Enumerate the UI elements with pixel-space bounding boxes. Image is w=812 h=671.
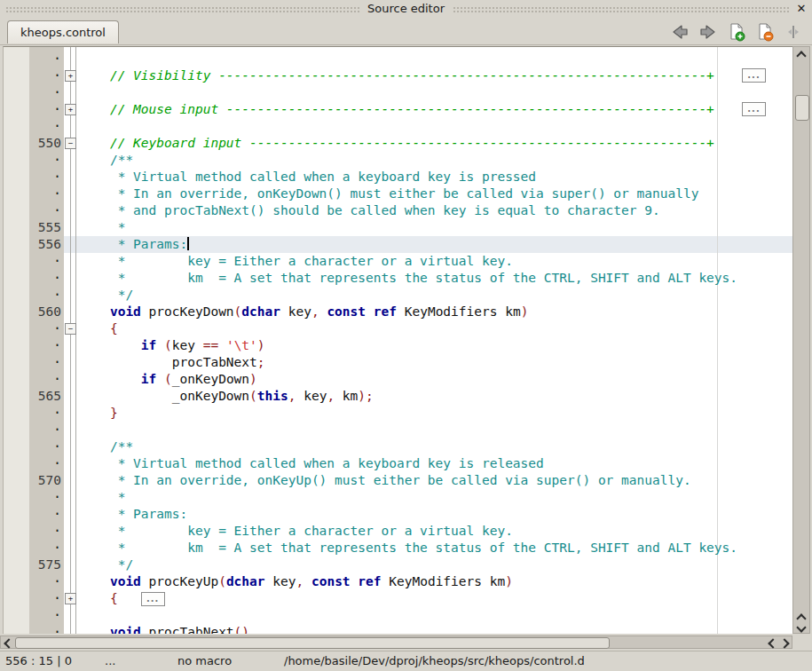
code-token: * km = A set that represents the status … bbox=[79, 541, 737, 555]
code-line[interactable]: * Params: bbox=[79, 236, 189, 253]
code-line[interactable]: _onKeyDown(this, key, km); bbox=[79, 388, 374, 405]
code-line[interactable]: // Visibility --------------------------… bbox=[79, 67, 714, 84]
fold-guide-line bbox=[70, 47, 71, 634]
code-token bbox=[366, 304, 374, 319]
code-token: // Visibility --------------------------… bbox=[79, 68, 714, 83]
scroll-left-icon[interactable] bbox=[4, 638, 13, 648]
forward-arrow-icon[interactable] bbox=[698, 22, 718, 42]
scroll-right-icon[interactable] bbox=[779, 638, 789, 648]
gutter-line-dot: · bbox=[29, 202, 64, 219]
gutter-line-dot: · bbox=[29, 186, 64, 202]
code-line[interactable]: { bbox=[79, 320, 118, 337]
code-editor[interactable]: ·····550····555556···560····565····570··… bbox=[3, 46, 792, 634]
code-line[interactable]: * In an override, onKeyUp() must either … bbox=[79, 472, 691, 489]
code-line[interactable]: void procTabNext() bbox=[79, 624, 249, 634]
gutter-line-dot: · bbox=[29, 455, 64, 472]
close-document-icon[interactable] bbox=[754, 22, 775, 42]
scroll-up-icon[interactable] bbox=[796, 51, 806, 60]
gutter-line-dot: · bbox=[29, 624, 64, 634]
code-line[interactable]: * and procTabNext() should be called whe… bbox=[79, 202, 660, 219]
line-number-gutter: ·····550····555556···560····565····570··… bbox=[29, 51, 64, 634]
code-line[interactable]: * In an override, onKeyDown() must eithe… bbox=[79, 186, 698, 202]
gutter-line-number: 556 bbox=[29, 236, 64, 253]
code-token: ; bbox=[257, 355, 265, 369]
vertical-scrollbar[interactable] bbox=[792, 46, 810, 634]
gutter-line-dot: · bbox=[29, 523, 64, 540]
fold-expand-icon[interactable]: + bbox=[65, 593, 76, 604]
gutter-line-dot: · bbox=[29, 506, 64, 523]
title-bar: Source editor ✕ bbox=[0, 0, 812, 18]
code-token: * key = Either a character or a virtual … bbox=[79, 254, 513, 268]
code-token: void bbox=[110, 574, 141, 588]
code-line[interactable]: void procKeyUp(dchar key, const ref KeyM… bbox=[79, 573, 513, 590]
code-line[interactable]: * Virtual method called when a keyboard … bbox=[79, 455, 544, 472]
code-line[interactable]: /** bbox=[79, 438, 133, 455]
code-line[interactable]: void procKeyDown(dchar key, const ref Ke… bbox=[79, 304, 528, 320]
horizontal-scrollbar-thumb[interactable] bbox=[15, 637, 610, 649]
code-token: * Params: bbox=[79, 237, 187, 251]
code-line[interactable]: * bbox=[79, 219, 125, 236]
code-line[interactable]: * key = Either a character or a virtual … bbox=[79, 523, 513, 540]
gutter-line-dot: · bbox=[29, 253, 64, 270]
code-line[interactable]: * Params: bbox=[79, 506, 187, 523]
code-line[interactable]: if (_onKeyDown) bbox=[79, 371, 257, 388]
code-line[interactable]: /** bbox=[79, 152, 133, 169]
code-line[interactable]: if (key == '\t') bbox=[79, 337, 265, 354]
code-line[interactable]: * km = A set that represents the status … bbox=[79, 540, 737, 557]
source-editor-window: Source editor ✕ kheops.control bbox=[0, 0, 812, 671]
new-document-icon[interactable] bbox=[726, 22, 746, 42]
code-token: * and procTabNext() should be called whe… bbox=[79, 203, 660, 217]
code-line[interactable]: // Keyboard input ----------------------… bbox=[79, 135, 714, 152]
back-arrow-icon[interactable] bbox=[669, 22, 690, 42]
code-line[interactable]: */ bbox=[79, 287, 133, 304]
code-token: ( bbox=[249, 389, 257, 403]
fold-expand-icon[interactable]: + bbox=[65, 70, 76, 82]
code-token: const bbox=[327, 304, 366, 319]
code-token: _onKeyDown bbox=[172, 372, 249, 386]
gutter-line-dot: · bbox=[29, 540, 64, 557]
code-token: dchar bbox=[226, 574, 265, 588]
code-token: { bbox=[79, 321, 118, 336]
code-line[interactable]: * km = A set that represents the status … bbox=[79, 270, 737, 287]
gutter-line-number: 555 bbox=[29, 219, 64, 236]
tab-kheops-control[interactable]: kheops.control bbox=[7, 20, 119, 43]
scroll-left-icon[interactable] bbox=[768, 638, 777, 648]
gutter-line-dot: · bbox=[29, 169, 64, 186]
fold-expand-icon[interactable]: + bbox=[65, 104, 76, 115]
code-token: ) bbox=[521, 304, 529, 319]
gutter-line-dot: · bbox=[29, 118, 64, 135]
fold-collapse-icon[interactable]: − bbox=[65, 323, 76, 335]
code-token: // Keyboard input ----------------------… bbox=[79, 136, 714, 150]
horizontal-scrollbar[interactable] bbox=[0, 635, 792, 649]
code-token: this bbox=[257, 389, 288, 403]
close-icon[interactable]: ✕ bbox=[794, 2, 808, 16]
fold-ellipsis-box[interactable]: ... bbox=[742, 102, 766, 116]
code-line[interactable]: * Virtual method called when a keyboard … bbox=[79, 169, 536, 186]
vertical-scrollbar-thumb[interactable] bbox=[795, 95, 809, 121]
code-line[interactable]: * bbox=[79, 489, 125, 506]
code-line[interactable]: } bbox=[79, 405, 118, 422]
code-token: ref bbox=[358, 574, 381, 588]
code-line[interactable]: * key = Either a character or a virtual … bbox=[79, 253, 513, 270]
code-token: , bbox=[311, 304, 319, 319]
code-line[interactable]: */ bbox=[79, 557, 133, 573]
gutter-line-number: 575 bbox=[29, 557, 64, 573]
code-line[interactable]: procTabNext; bbox=[79, 354, 265, 371]
code-line[interactable]: // Mouse input -------------------------… bbox=[79, 101, 714, 118]
code-line[interactable]: {... bbox=[79, 590, 165, 607]
code-token: () bbox=[234, 625, 249, 634]
code-token bbox=[156, 338, 164, 352]
code-token bbox=[79, 338, 141, 352]
fold-collapse-icon[interactable]: − bbox=[65, 138, 76, 149]
fold-ellipsis-box[interactable]: ... bbox=[141, 592, 165, 606]
scroll-down-icon[interactable] bbox=[796, 622, 806, 632]
code-token: procTabNext bbox=[79, 355, 257, 369]
split-view-icon[interactable] bbox=[783, 22, 803, 42]
code-token: procKeyUp bbox=[141, 574, 218, 588]
fold-ellipsis-box[interactable]: ... bbox=[742, 68, 766, 83]
gutter-line-dot: · bbox=[29, 371, 64, 388]
gutter-line-dot: · bbox=[29, 354, 64, 371]
code-token: * In an override, onKeyUp() must either … bbox=[79, 473, 691, 487]
gutter-line-dot: · bbox=[29, 489, 64, 506]
gutter-line-dot: · bbox=[29, 287, 64, 304]
